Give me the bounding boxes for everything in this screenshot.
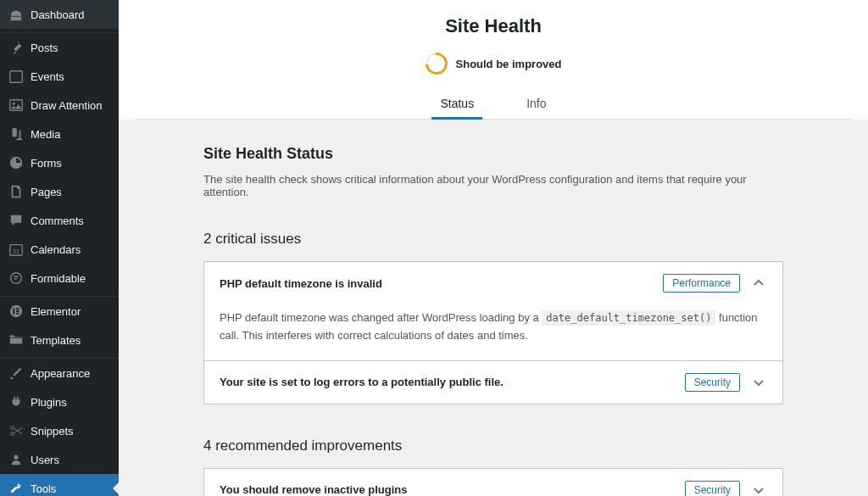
sidebar-item-draw-attention[interactable]: Draw Attention (0, 91, 119, 120)
pin-icon (8, 40, 24, 55)
svg-rect-7 (13, 308, 14, 314)
issue-title: PHP default timezone is invalid (220, 277, 653, 290)
dashboard-icon (8, 7, 24, 22)
status-description: The site health check shows critical inf… (203, 173, 783, 198)
issue-badge: Performance (663, 274, 740, 293)
calendar-grid-icon (8, 69, 24, 84)
svg-point-13 (14, 455, 18, 460)
chevron-down-icon (750, 374, 767, 391)
issue-detail-code: date_default_timezone_set() (542, 310, 715, 326)
calendar-date-icon: 31 (8, 242, 24, 257)
sidebar-item-label: Calendars (31, 243, 81, 256)
chevron-down-icon (750, 482, 767, 496)
status-heading: Site Health Status (203, 145, 783, 163)
media-icon (8, 126, 24, 142)
sidebar-item-appearance[interactable]: Appearance (0, 359, 119, 387)
sidebar-item-plugins[interactable]: Plugins (0, 387, 119, 416)
sidebar-item-label: Events (31, 70, 64, 83)
tabs: Status Info (136, 90, 851, 120)
page-title: Site Health (136, 15, 851, 37)
main-content: Site Health Should be improved Status In… (119, 0, 868, 496)
issue-card: Your site is set to log errors to a pote… (203, 360, 783, 404)
sidebar-item-pages[interactable]: Pages (0, 177, 119, 206)
recommended-group: 4 recommended improvements You should re… (203, 437, 783, 496)
admin-sidebar: Dashboard Posts Events Draw Attention Me… (0, 0, 119, 496)
elementor-icon (8, 304, 24, 319)
sidebar-item-label: Tools (31, 482, 56, 495)
plugin-icon (8, 394, 24, 410)
svg-point-5 (11, 273, 22, 284)
sidebar-item-label: Media (31, 128, 60, 141)
page-header: Site Health Should be improved Status In… (119, 0, 868, 120)
sidebar-item-label: Appearance (31, 367, 90, 380)
sidebar-item-dashboard[interactable]: Dashboard (0, 0, 119, 29)
sidebar-item-comments[interactable]: Comments (0, 206, 119, 235)
sidebar-item-formidable[interactable]: Formidable (0, 264, 119, 293)
sidebar-item-calendars[interactable]: 31 Calendars (0, 235, 119, 264)
sidebar-item-snippets[interactable]: Snippets (0, 416, 119, 445)
page-icon (8, 184, 24, 199)
sidebar-item-label: Forms (31, 157, 62, 170)
issue-title: Your site is set to log errors to a pote… (220, 376, 675, 388)
sidebar-item-label: Plugins (31, 396, 67, 409)
tab-info[interactable]: Info (521, 90, 551, 119)
sidebar-item-label: Users (31, 454, 59, 466)
sidebar-item-label: Formidable (31, 272, 86, 285)
form-icon (8, 155, 24, 170)
issue-card: PHP default timezone is invalid Performa… (203, 261, 783, 361)
issue-badge: Security (685, 373, 740, 392)
circle-icon (8, 270, 24, 286)
wrench-icon (8, 481, 24, 496)
svg-rect-10 (16, 313, 19, 315)
sidebar-item-elementor[interactable]: Elementor (0, 297, 119, 326)
progress-ring-icon (420, 48, 452, 80)
sidebar-item-forms[interactable]: Forms (0, 148, 119, 177)
issue-card: You should remove inactive plugins Secur… (203, 468, 783, 496)
content-area: Site Health Status The site health check… (119, 120, 868, 496)
critical-issues-group: 2 critical issues PHP default timezone i… (203, 231, 783, 404)
sidebar-item-tools[interactable]: Tools (0, 474, 119, 496)
sidebar-item-label: Dashboard (31, 8, 85, 21)
sidebar-item-label: Draw Attention (31, 99, 103, 112)
chevron-up-icon (750, 275, 767, 292)
svg-point-11 (11, 426, 14, 430)
health-status-label: Should be improved (456, 58, 562, 70)
sidebar-item-posts[interactable]: Posts (0, 33, 119, 62)
issue-badge: Security (685, 481, 740, 496)
brush-icon (8, 365, 24, 381)
issue-toggle[interactable]: Your site is set to log errors to a pote… (204, 361, 782, 404)
health-status-indicator: Should be improved (136, 53, 851, 75)
sidebar-item-events[interactable]: Events (0, 62, 119, 91)
recommended-heading: 4 recommended improvements (203, 437, 783, 454)
sidebar-item-label: Elementor (31, 305, 81, 318)
issue-toggle[interactable]: You should remove inactive plugins Secur… (204, 469, 782, 496)
critical-issues-heading: 2 critical issues (203, 231, 783, 248)
sidebar-item-label: Templates (31, 334, 81, 347)
tab-status[interactable]: Status (435, 90, 479, 119)
sidebar-item-label: Pages (31, 186, 62, 198)
svg-rect-9 (16, 310, 19, 312)
svg-rect-8 (16, 308, 19, 309)
issue-title: You should remove inactive plugins (220, 483, 675, 496)
sidebar-item-media[interactable]: Media (0, 120, 119, 148)
user-icon (8, 452, 24, 467)
svg-point-12 (11, 432, 14, 436)
svg-rect-0 (10, 71, 22, 83)
sidebar-item-label: Snippets (31, 425, 74, 437)
sidebar-item-users[interactable]: Users (0, 445, 119, 474)
issue-detail-text: PHP default timezone was changed after W… (220, 311, 542, 324)
folder-icon (8, 332, 24, 348)
svg-point-2 (13, 103, 15, 105)
issue-detail: PHP default timezone was changed after W… (204, 304, 782, 360)
sidebar-item-label: Comments (31, 215, 84, 227)
svg-text:31: 31 (13, 248, 19, 255)
sidebar-item-templates[interactable]: Templates (0, 326, 119, 354)
image-icon (8, 98, 24, 113)
scissors-icon (8, 423, 24, 438)
comment-icon (8, 213, 24, 228)
sidebar-item-label: Posts (31, 42, 58, 54)
issue-toggle[interactable]: PHP default timezone is invalid Performa… (204, 262, 782, 304)
